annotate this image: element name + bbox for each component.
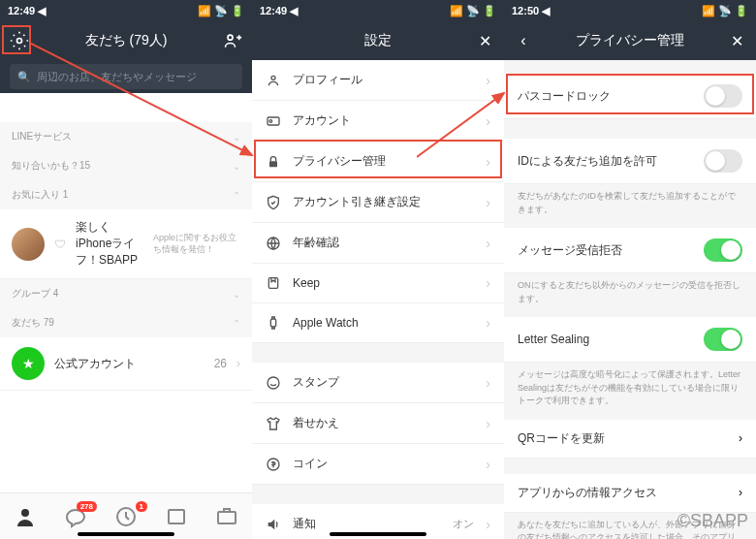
- svg-point-9: [269, 119, 272, 122]
- section-header[interactable]: グループ 4⌄: [0, 279, 252, 308]
- signal-icons: 📶 📡 🔋: [198, 5, 244, 17]
- home-indicator[interactable]: [78, 532, 174, 536]
- chevron-right-icon: ›: [236, 357, 240, 370]
- card-icon: [266, 113, 281, 129]
- toggle-on[interactable]: [704, 238, 742, 262]
- person-icon: [266, 73, 281, 88]
- speaker-icon: [266, 517, 281, 532]
- status-bar: 12:49 ◀ 📶 📡 🔋: [0, 0, 252, 21]
- svg-rect-4: [169, 510, 184, 523]
- back-icon[interactable]: ‹: [514, 31, 533, 50]
- header: ‹ プライバシー管理 ✕: [504, 21, 756, 60]
- search-bar[interactable]: 🔍周辺のお店、友だちやメッセージ: [0, 60, 252, 93]
- tab-chats[interactable]: 278: [64, 505, 87, 528]
- section-header[interactable]: 知り合いかも？15⌄: [0, 151, 252, 180]
- chevron-right-icon: ›: [486, 375, 490, 391]
- phone-settings: 12:49 ◀ 📶 📡 🔋 設定 ✕ プロフィール›アカウント›プライバシー管理…: [252, 0, 504, 539]
- row-qr[interactable]: QRコードを更新›: [504, 420, 756, 459]
- chevron-right-icon: ›: [739, 431, 742, 445]
- close-icon[interactable]: ✕: [475, 31, 494, 50]
- svg-rect-5: [218, 512, 236, 523]
- watch-icon: [266, 315, 281, 331]
- row-allow-id[interactable]: IDによる友だち追加を許可: [504, 139, 756, 184]
- friend-row[interactable]: 🛡 楽しくiPhoneライフ！SBAPP Appleに関するお役立ち情報を発信！: [0, 209, 252, 279]
- page-title: 設定: [281, 32, 475, 49]
- chevron-right-icon: ›: [486, 315, 490, 331]
- chevron-right-icon: ›: [486, 416, 490, 431]
- row-letter-sealing[interactable]: Letter Sealing: [504, 317, 756, 363]
- settings-row[interactable]: 年齢確認›: [252, 223, 504, 264]
- search-icon: 🔍: [17, 71, 31, 83]
- chevron-right-icon: ›: [486, 275, 490, 291]
- status-bar: 12:49 ◀ 📶 📡 🔋: [252, 0, 504, 21]
- tab-friends[interactable]: [14, 505, 37, 528]
- close-icon[interactable]: ✕: [727, 31, 746, 50]
- settings-row[interactable]: アカウント引き継ぎ設定›: [252, 182, 504, 223]
- settings-row[interactable]: スタンプ›: [252, 363, 504, 403]
- row-block-msg[interactable]: メッセージ受信拒否: [504, 228, 756, 273]
- chevron-right-icon: ›: [486, 236, 490, 251]
- chevron-right-icon: ›: [486, 73, 490, 88]
- shirt-icon: [266, 416, 281, 431]
- chevron-right-icon: ›: [486, 517, 490, 532]
- highlight-gear: [2, 25, 31, 54]
- keep-icon: [266, 275, 281, 291]
- star-icon: ★: [12, 347, 45, 380]
- page-title: 友だち (79人): [29, 32, 223, 49]
- header: 設定 ✕: [252, 21, 504, 60]
- section-header[interactable]: 友だち 79⌃: [0, 308, 252, 337]
- home-indicator[interactable]: [330, 532, 426, 536]
- chevron-right-icon: ›: [486, 113, 490, 129]
- description: 友だちがあなたのIDを検索して友だち追加することができます。: [504, 184, 756, 228]
- shield-icon: 🛡: [54, 238, 66, 251]
- tab-news[interactable]: [165, 505, 188, 528]
- chevron-right-icon: ›: [486, 457, 490, 472]
- globe-icon: [266, 236, 281, 251]
- status-bar: 12:50 ◀ 📶 📡 🔋: [504, 0, 756, 21]
- section-header[interactable]: お気に入り 1⌃: [0, 180, 252, 209]
- svg-point-14: [268, 377, 279, 389]
- highlight-passcode-row: [506, 74, 754, 114]
- watermark: ©SBAPP: [677, 511, 748, 531]
- page-title: プライバシー管理: [533, 32, 727, 49]
- row-app-access[interactable]: アプリからの情報アクセス›: [504, 474, 756, 513]
- settings-row[interactable]: アカウント›: [252, 101, 504, 142]
- description: ONにすると友だち以外からのメッセージの受信を拒否します。: [504, 273, 756, 317]
- smile-icon: [266, 375, 281, 391]
- shield-icon: [266, 195, 281, 210]
- avatar: [12, 228, 45, 261]
- settings-row[interactable]: 着せかえ›: [252, 403, 504, 444]
- description: メッセージは高度な暗号化によって保護されます。Letter Sealingは友だ…: [504, 363, 756, 420]
- settings-row[interactable]: プロフィール›: [252, 60, 504, 101]
- settings-row[interactable]: コイン›: [252, 444, 504, 485]
- official-row[interactable]: ★ 公式アカウント 26 ›: [0, 337, 252, 391]
- svg-rect-13: [270, 319, 275, 327]
- highlight-privacy-row: [254, 140, 502, 178]
- phone-friends: 12:49 ◀ 📶 📡 🔋 友だち (79人) 🔍周辺のお店、友だちやメッセージ…: [0, 0, 252, 539]
- settings-row[interactable]: Keep›: [252, 264, 504, 303]
- toggle-off[interactable]: [704, 149, 742, 173]
- svg-point-1: [228, 35, 233, 40]
- header: 友だち (79人): [0, 21, 252, 60]
- settings-row[interactable]: Apple Watch›: [252, 303, 504, 343]
- tab-wallet[interactable]: [215, 505, 238, 528]
- tab-timeline[interactable]: 1: [114, 505, 138, 528]
- svg-point-2: [21, 509, 29, 517]
- section-header[interactable]: LINEサービス⌄: [0, 122, 252, 151]
- chevron-right-icon: ›: [486, 195, 490, 210]
- add-friend-icon[interactable]: [223, 31, 242, 50]
- svg-rect-12: [268, 278, 277, 289]
- svg-point-7: [271, 76, 275, 79]
- svg-rect-6: [224, 509, 230, 512]
- coin-icon: [266, 457, 281, 472]
- toggle-on[interactable]: [704, 328, 742, 351]
